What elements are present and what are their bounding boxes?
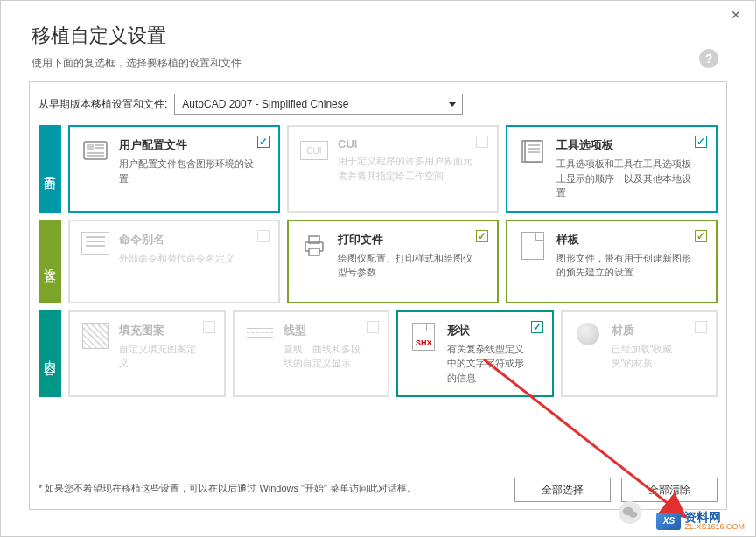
wechat-icon bbox=[619, 501, 641, 524]
tile-desc: 用于定义程序的许多用户界面元素并将其指定给工作空间 bbox=[338, 154, 472, 183]
watermark-url: ZL.XS1616.COM bbox=[684, 523, 745, 531]
linetype-icon bbox=[243, 323, 276, 386]
print-icon bbox=[298, 232, 331, 291]
tile-checkbox bbox=[367, 321, 379, 333]
tile-template[interactable]: 样板图形文件，带有用于创建新图形的预先建立的设置✓ bbox=[506, 220, 718, 303]
tile-checkbox[interactable]: ✓ bbox=[531, 321, 543, 333]
tile-desc: 直线、曲线和多段线的自定义显示 bbox=[284, 342, 364, 371]
tile-desc: 工具选项板和工具在工具选项板上显示的顺序，以及其他本地设置 bbox=[556, 157, 691, 200]
svg-point-16 bbox=[629, 512, 637, 519]
tile-checkbox bbox=[695, 321, 707, 333]
tile-checkbox bbox=[257, 230, 270, 242]
tile-desc: 有关复杂线型定义中的文字字符或形的信息 bbox=[447, 342, 528, 386]
svg-rect-7 bbox=[525, 141, 542, 162]
tile-title: 形状 bbox=[447, 323, 528, 338]
category-row-settings: 设置命令别名外部命令和替代命令名定义打印文件绘图仪配置、打印样式和绘图仪型号参数… bbox=[38, 220, 718, 303]
category-tab-content: 内容 bbox=[38, 310, 61, 398]
tile-checkbox[interactable]: ✓ bbox=[695, 136, 707, 148]
dialog-subtitle: 使用下面的复选框，选择要移植的设置和文件 bbox=[32, 56, 724, 71]
tile-title: 工具选项板 bbox=[556, 137, 691, 153]
tile-desc: 外部命令和替代命令名定义 bbox=[119, 251, 254, 266]
hatch-icon bbox=[79, 323, 112, 386]
dialog-title: 移植自定义设置 bbox=[32, 23, 724, 49]
legacy-selected-value: AutoCAD 2007 - Simplified Chinese bbox=[182, 98, 348, 110]
watermark-logo: XS bbox=[656, 513, 681, 530]
close-button[interactable]: ✕ bbox=[716, 1, 755, 29]
tile-user-profile[interactable]: 用户配置文件用户配置文件包含图形环境的设置✓ bbox=[68, 125, 280, 213]
tile-checkbox bbox=[203, 321, 215, 333]
clear-all-button[interactable]: 全部清除 bbox=[621, 478, 718, 502]
category-tab-ui: 界面 bbox=[38, 125, 61, 213]
tiles-settings: 命令别名外部命令和替代命令名定义打印文件绘图仪配置、打印样式和绘图仪型号参数✓样… bbox=[68, 220, 718, 303]
tile-desc: 绘图仪配置、打印样式和绘图仪型号参数 bbox=[338, 251, 472, 280]
legacy-version-row: 从早期版本移植设置和文件: AutoCAD 2007 - Simplified … bbox=[30, 82, 726, 125]
tile-checkbox[interactable]: ✓ bbox=[476, 230, 488, 242]
svg-rect-1 bbox=[87, 144, 94, 150]
legacy-label: 从早期版本移植设置和文件: bbox=[38, 97, 167, 112]
tile-linetype: 线型直线、曲线和多段线的自定义显示 bbox=[233, 310, 390, 398]
main-panel: 从早期版本移植设置和文件: AutoCAD 2007 - Simplified … bbox=[29, 81, 727, 510]
watermark-cn: 资料网 bbox=[684, 511, 745, 523]
tile-title: 材质 bbox=[612, 323, 692, 338]
category-tab-settings: 设置 bbox=[38, 220, 61, 303]
tile-print[interactable]: 打印文件绘图仪配置、打印样式和绘图仪型号参数✓ bbox=[287, 220, 499, 303]
tile-title: CUI bbox=[338, 137, 472, 150]
category-row-ui: 界面用户配置文件用户配置文件包含图形环境的设置✓CUICUI用于定义程序的许多用… bbox=[38, 125, 718, 213]
categories-container: 界面用户配置文件用户配置文件包含图形环境的设置✓CUICUI用于定义程序的许多用… bbox=[30, 125, 726, 397]
tile-title: 填充图案 bbox=[119, 323, 200, 338]
template-icon bbox=[516, 232, 550, 291]
tile-desc: 图形文件，带有用于创建新图形的预先建立的设置 bbox=[556, 251, 691, 280]
tile-tool-palette[interactable]: 工具选项板工具选项板和工具在工具选项板上显示的顺序，以及其他本地设置✓ bbox=[506, 125, 718, 213]
tile-hatch: 填充图案自定义填充图案定义 bbox=[68, 310, 226, 398]
category-row-content: 内容填充图案自定义填充图案定义线型直线、曲线和多段线的自定义显示SHX形状有关复… bbox=[38, 310, 718, 398]
tile-desc: 自定义填充图案定义 bbox=[119, 342, 200, 371]
tile-desc: 用户配置文件包含图形环境的设置 bbox=[119, 157, 254, 185]
select-all-button[interactable]: 全部选择 bbox=[514, 478, 611, 502]
tile-cmd-alias: 命令别名外部命令和替代命令名定义 bbox=[68, 220, 280, 303]
tool-palette-icon bbox=[516, 137, 550, 200]
tiles-content: 填充图案自定义填充图案定义线型直线、曲线和多段线的自定义显示SHX形状有关复杂线… bbox=[68, 310, 718, 398]
tile-checkbox[interactable]: ✓ bbox=[695, 230, 707, 242]
cmd-alias-icon bbox=[79, 232, 112, 291]
shx-icon: SHX bbox=[407, 323, 440, 386]
user-profile-icon bbox=[79, 137, 112, 200]
svg-rect-13 bbox=[309, 248, 319, 255]
tile-title: 样板 bbox=[556, 232, 691, 248]
tile-checkbox bbox=[476, 136, 488, 148]
migrate-dialog: ✕ 移植自定义设置 使用下面的复选框，选择要移植的设置和文件 ? 从早期版本移植… bbox=[0, 0, 756, 537]
watermark: XS 资料网 ZL.XS1616.COM bbox=[656, 511, 745, 531]
tile-title: 打印文件 bbox=[338, 232, 472, 248]
material-icon bbox=[571, 323, 605, 386]
cui-icon: CUI bbox=[298, 137, 331, 200]
dialog-footer: * 如果您不希望现在移植这些设置，可以在以后通过 Windows "开始" 菜单… bbox=[38, 478, 718, 502]
tile-material: 材质已经加载"收藏夹"的材质 bbox=[561, 310, 718, 398]
tile-shx[interactable]: SHX形状有关复杂线型定义中的文字字符或形的信息✓ bbox=[396, 310, 554, 398]
tiles-ui: 用户配置文件用户配置文件包含图形环境的设置✓CUICUI用于定义程序的许多用户界… bbox=[68, 125, 718, 213]
tile-title: 线型 bbox=[284, 323, 364, 338]
footer-note: * 如果您不希望现在移植这些设置，可以在以后通过 Windows "开始" 菜单… bbox=[38, 478, 497, 496]
tile-desc: 已经加载"收藏夹"的材质 bbox=[612, 342, 692, 371]
legacy-version-select[interactable]: AutoCAD 2007 - Simplified Chinese bbox=[174, 94, 463, 115]
chevron-down-icon bbox=[444, 96, 458, 112]
dialog-header: 移植自定义设置 使用下面的复选框，选择要移植的设置和文件 bbox=[1, 1, 755, 75]
tile-title: 用户配置文件 bbox=[119, 137, 254, 153]
tile-cui: CUICUI用于定义程序的许多用户界面元素并将其指定给工作空间 bbox=[287, 125, 499, 213]
footer-buttons: 全部选择 全部清除 bbox=[514, 478, 718, 502]
help-button[interactable]: ? bbox=[699, 49, 718, 68]
tile-checkbox[interactable]: ✓ bbox=[257, 136, 270, 148]
tile-title: 命令别名 bbox=[119, 232, 254, 248]
